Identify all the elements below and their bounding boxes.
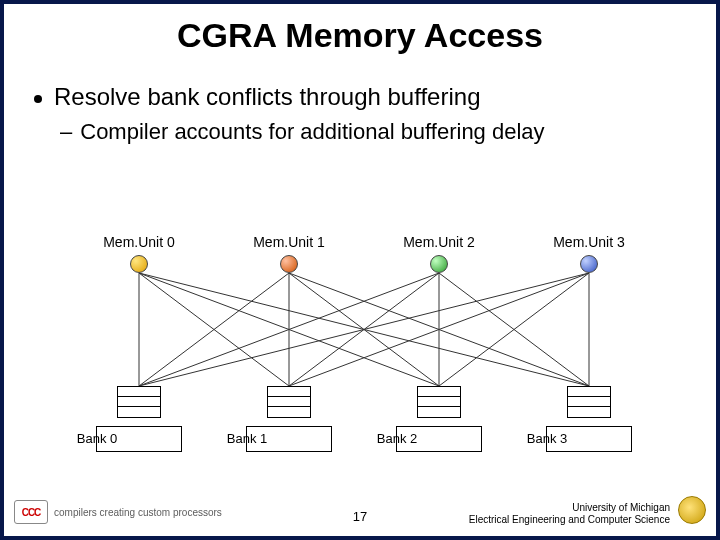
buffer-row — [118, 397, 160, 407]
mem-unit-node-icon — [430, 255, 448, 273]
affiliation-line-1: University of Michigan — [469, 502, 670, 514]
buffer-row — [418, 397, 460, 407]
page-number: 17 — [353, 509, 367, 524]
bank-label: Bank 0 — [54, 431, 140, 446]
buffer-row — [418, 387, 460, 397]
buffer-row — [118, 387, 160, 397]
crossbar-link — [139, 273, 439, 386]
bullet-dash-icon: – — [60, 119, 72, 145]
crossbar-link — [439, 273, 589, 386]
buffer-stack — [117, 386, 161, 418]
buffer-row — [118, 407, 160, 417]
buffer-stack — [417, 386, 461, 418]
crossbar-link — [439, 273, 589, 386]
footer: CCC compilers creating custom processors… — [4, 494, 716, 530]
crossbar-link — [139, 273, 289, 386]
buffer-stack — [267, 386, 311, 418]
bank-box: Bank 1 — [246, 426, 332, 452]
logo-badge-icon: CCC — [14, 500, 48, 524]
mem-unit-label: Mem.Unit 2 — [394, 234, 484, 250]
affiliation: University of Michigan Electrical Engine… — [469, 502, 670, 526]
crossbar-link — [289, 273, 439, 386]
memory-diagram: Mem.Unit 0Mem.Unit 1Mem.Unit 2Mem.Unit 3… — [74, 234, 654, 464]
slide-frame: CGRA Memory Access Resolve bank conflict… — [0, 0, 720, 540]
buffer-stack — [567, 386, 611, 418]
crossbar-link — [139, 273, 589, 386]
bullet-level-2: – Compiler accounts for additional buffe… — [60, 119, 692, 145]
buffer-row — [268, 407, 310, 417]
university-seal-icon — [678, 496, 706, 524]
crossbar-link — [289, 273, 439, 386]
crossbar-link — [139, 273, 589, 386]
buffer-row — [568, 397, 610, 407]
bullet-dot-icon — [34, 95, 42, 103]
slide-title: CGRA Memory Access — [4, 16, 716, 55]
buffer-row — [268, 387, 310, 397]
buffer-row — [268, 397, 310, 407]
bank-label: Bank 3 — [504, 431, 590, 446]
footer-logo: CCC compilers creating custom processors — [14, 500, 222, 524]
crossbar-link — [139, 273, 289, 386]
affiliation-line-2: Electrical Engineering and Computer Scie… — [469, 514, 670, 526]
bank-box: Bank 3 — [546, 426, 632, 452]
bank-label: Bank 1 — [204, 431, 290, 446]
buffer-row — [568, 407, 610, 417]
mem-unit-node-icon — [130, 255, 148, 273]
bank-box: Bank 2 — [396, 426, 482, 452]
bullet-level-1: Resolve bank conflicts through buffering — [28, 83, 692, 111]
bullet-1-text: Resolve bank conflicts through buffering — [54, 83, 480, 111]
crossbar-link — [289, 273, 589, 386]
crossbar-link — [289, 273, 589, 386]
mem-unit-label: Mem.Unit 0 — [94, 234, 184, 250]
buffer-row — [418, 407, 460, 417]
logo-text: compilers creating custom processors — [54, 507, 222, 518]
mem-unit-node-icon — [580, 255, 598, 273]
mem-unit-node-icon — [280, 255, 298, 273]
bank-box: Bank 0 — [96, 426, 182, 452]
bullet-2-text: Compiler accounts for additional bufferi… — [80, 119, 544, 145]
crossbar-link — [139, 273, 439, 386]
bank-label: Bank 2 — [354, 431, 440, 446]
mem-unit-label: Mem.Unit 3 — [544, 234, 634, 250]
mem-unit-label: Mem.Unit 1 — [244, 234, 334, 250]
slide-body: Resolve bank conflicts through buffering… — [28, 83, 692, 145]
buffer-row — [568, 387, 610, 397]
